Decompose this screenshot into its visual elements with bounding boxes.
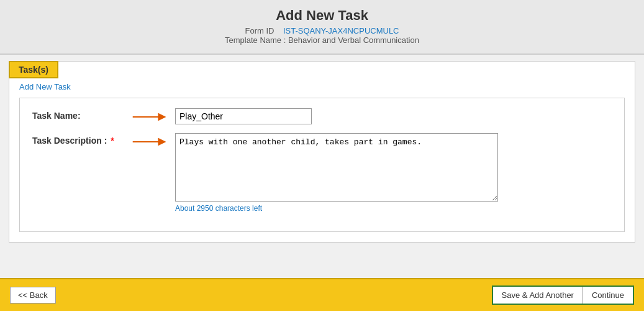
add-new-task-link[interactable]: Add New Task	[19, 82, 71, 91]
textarea-wrapper: Plays with one another child, takes part…	[175, 133, 498, 213]
continue-button[interactable]: Continue	[583, 287, 633, 304]
footer: << Back Save & Add Another Continue	[0, 278, 644, 311]
arrow-icon-desc	[132, 136, 169, 148]
arrow-icon	[132, 111, 169, 123]
save-add-button[interactable]: Save & Add Another	[493, 287, 583, 304]
required-indicator: *	[111, 136, 114, 146]
back-button[interactable]: << Back	[10, 287, 56, 304]
tasks-section: Task(s) Add New Task Task Name:	[9, 61, 635, 243]
task-desc-arrow	[132, 133, 169, 148]
task-description-row: Task Description : *	[32, 133, 612, 213]
header-meta: Form ID IST-SQANY-JAX4NCPUCMULC	[12, 26, 632, 35]
form-inner: Task Name:	[19, 98, 625, 232]
form-id-label: Form ID	[245, 26, 274, 35]
template-name-label: Template Name :	[225, 35, 286, 45]
char-count: About 2950 characters left	[175, 204, 498, 213]
task-description-input[interactable]: Plays with one another child, takes part…	[175, 133, 498, 202]
task-name-arrow	[132, 108, 169, 123]
page-title: Add New Task	[12, 7, 632, 24]
task-description-label: Task Description : *	[32, 133, 132, 146]
footer-right: Save & Add Another Continue	[492, 285, 634, 305]
task-name-input[interactable]	[175, 108, 312, 124]
header: Add New Task Form ID IST-SQANY-JAX4NCPUC…	[0, 0, 644, 55]
header-template: Template Name : Behavior and Verbal Comm…	[12, 35, 632, 45]
main-content: Task(s) Add New Task Task Name:	[0, 55, 644, 278]
form-id-value: IST-SQANY-JAX4NCPUCMULC	[283, 26, 399, 35]
tasks-tab: Task(s)	[9, 61, 58, 78]
task-name-row: Task Name:	[32, 108, 612, 124]
tasks-body: Add New Task Task Name:	[9, 75, 635, 242]
task-name-label: Task Name:	[32, 108, 132, 121]
template-name-value: Behavior and Verbal Communication	[288, 35, 419, 45]
footer-left: << Back	[10, 287, 56, 304]
